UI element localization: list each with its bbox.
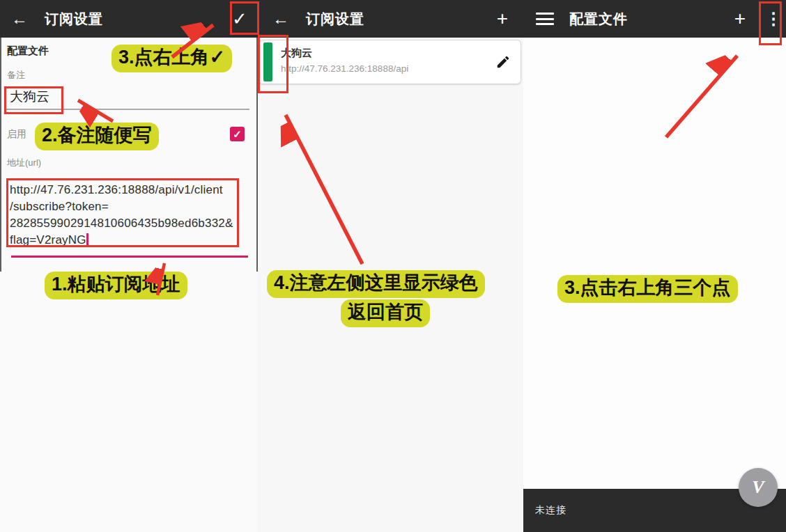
appbar-subscription-list: ← 订阅设置 + [257,0,523,38]
subscription-card-url: http://47.76.231.236:18888/api [281,63,408,74]
annotation-step4-green: 4.注意左侧这里显示绿色 [267,270,485,298]
menu-hamburger-icon[interactable] [536,13,554,25]
checkmark-icon: ✓ [233,128,242,140]
annotation-step1-paste: 1.粘贴订阅地址 [45,272,187,299]
enable-label: 启用 [7,128,26,141]
highlight-box-url [6,178,239,247]
tutorial-screenshot: ← 订阅设置 ✓ 配置文件 备注 大狗云 启用 ✓ 地址(url) http:/… [0,0,786,532]
remark-label: 备注 [7,69,25,81]
start-vpn-fab[interactable]: V [739,468,778,507]
subscription-card[interactable]: 大狗云 http://47.76.231.236:18888/api [259,40,521,84]
annotation-step4-return: 返回首页 [341,299,430,327]
connection-status-text: 未连接 [535,504,567,517]
enable-checkbox[interactable]: ✓ [230,127,245,141]
url-input-underline [11,256,248,258]
add-icon[interactable]: + [493,8,512,30]
page-title: 订阅设置 [45,10,103,29]
highlight-box-more-options [759,1,782,45]
annotation-step3-dots: 3.点击右上角三个点 [557,275,738,303]
highlight-box-confirm-check [230,1,259,35]
annotation-step2-remark: 2.备注随便写 [35,123,159,150]
back-icon[interactable]: ← [11,9,28,29]
page-title: 订阅设置 [306,10,364,29]
page-title: 配置文件 [569,10,628,29]
highlight-box-remark [4,86,63,114]
subscription-list-panel: ← 订阅设置 + 大狗云 http://47.76.231.236:18888/… [257,0,523,532]
appbar-profiles: 配置文件 + ⋮ [523,0,786,38]
highlight-box-green-indicator [258,35,288,93]
profiles-panel: 配置文件 + ⋮ 未连接 [523,0,786,532]
v2ray-logo-icon: V [752,477,764,498]
section-title: 配置文件 [7,45,49,58]
subscription-edit-panel: ← 订阅设置 ✓ 配置文件 备注 大狗云 启用 ✓ 地址(url) http:/… [0,0,257,532]
screenshot-seam [0,38,1,272]
url-label: 地址(url) [7,157,41,169]
edit-pencil-icon[interactable] [495,54,511,70]
annotation-step3-check: 3.点右上角✓ [111,45,232,72]
appbar-subscription-edit: ← 订阅设置 ✓ [0,0,257,38]
add-icon[interactable]: + [730,8,750,30]
back-icon[interactable]: ← [272,9,289,29]
